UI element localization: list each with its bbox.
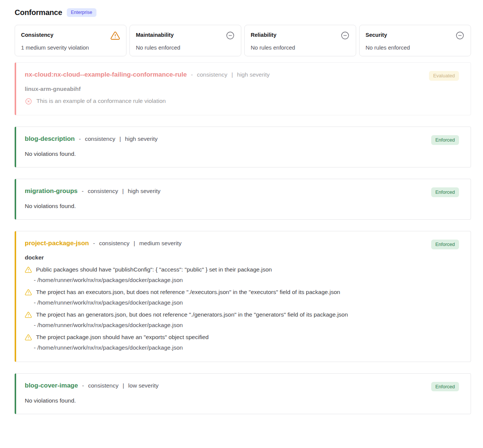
rule-category: consistency xyxy=(85,136,115,142)
rule-status-badge: Enforced xyxy=(431,135,459,145)
rule-body: dockerPublic packages should have "publi… xyxy=(25,254,418,351)
rule-meta-dash: - xyxy=(82,382,84,389)
rule-card: blog-description - consistency | high se… xyxy=(15,127,471,167)
rule-body: No violations found. xyxy=(25,203,418,210)
rule-category: consistency xyxy=(88,188,118,195)
warning-triangle-icon xyxy=(25,311,32,318)
rule-name-link[interactable]: nx-cloud:nx-cloud--example-failing-confo… xyxy=(25,71,187,78)
circle-minus-icon xyxy=(340,31,350,40)
rule-status-badge: Enforced xyxy=(431,187,459,197)
page-title: Conformance xyxy=(15,8,62,17)
summary-card-status: No rules enforced xyxy=(251,44,350,51)
summary-card: Security No rules enforced xyxy=(359,25,471,56)
warning-triangle-icon xyxy=(25,334,32,341)
violation-path: - /home/runner/work/nx/nx/packages/docke… xyxy=(34,277,418,284)
rule-meta-pipe: | xyxy=(134,240,135,246)
rule-card: project-package-json - consistency | med… xyxy=(15,231,471,362)
rule-status-badge: Enforced xyxy=(431,240,459,249)
violation-message: The project has an generators.json, but … xyxy=(36,311,348,319)
summary-card: Consistency 1 medium severity violation xyxy=(15,25,126,56)
rule-severity: medium severity xyxy=(139,240,182,247)
rule-category: consistency xyxy=(88,382,119,389)
rules-list: nx-cloud:nx-cloud--example-failing-confo… xyxy=(15,62,471,414)
enterprise-badge: Enterprise xyxy=(67,8,96,17)
violation-item: Public packages should have "publishConf… xyxy=(25,266,418,274)
violation-path: - /home/runner/work/nx/nx/packages/docke… xyxy=(34,299,418,306)
rule-meta-dash: - xyxy=(79,136,81,142)
rule-status-badge: Enforced xyxy=(431,382,459,392)
summary-cards: Consistency 1 medium severity violation … xyxy=(15,25,471,56)
summary-card-title: Reliability xyxy=(251,31,277,38)
summary-card-title: Consistency xyxy=(21,31,53,38)
no-violations-text: No violations found. xyxy=(25,151,418,157)
summary-card-status: 1 medium severity violation xyxy=(21,44,120,51)
rule-meta-pipe: | xyxy=(232,71,233,78)
circle-minus-icon xyxy=(226,31,235,40)
violation-item: This is an example of a conformance rule… xyxy=(25,97,418,105)
rule-meta-dash: - xyxy=(82,188,84,194)
rule-meta-pipe: | xyxy=(119,136,121,142)
rule-severity: high severity xyxy=(128,188,161,195)
rule-severity: high severity xyxy=(125,136,158,142)
circle-x-icon xyxy=(25,98,32,105)
rule-body: linux-arm-gnueabihfThis is an example of… xyxy=(25,86,418,105)
rule-card: blog-cover-image - consistency | low sev… xyxy=(15,373,471,414)
rule-body: No violations found. xyxy=(25,151,418,157)
summary-card-status: No rules enforced xyxy=(136,44,235,51)
summary-card-status: No rules enforced xyxy=(366,44,465,51)
rule-severity: low severity xyxy=(128,382,159,389)
rule-category: consistency xyxy=(99,240,129,247)
circle-minus-icon xyxy=(455,31,465,40)
project-name: linux-arm-gnueabihf xyxy=(25,86,418,92)
rule-status-badge: Evaluated xyxy=(429,71,459,81)
summary-card: Reliability No rules enforced xyxy=(244,25,356,56)
warning-triangle-icon xyxy=(25,289,32,296)
rule-card: nx-cloud:nx-cloud--example-failing-confo… xyxy=(15,62,471,115)
violation-item: The project package.json should have an … xyxy=(25,333,418,341)
rule-card: migration-groups - consistency | high se… xyxy=(15,179,471,220)
rule-meta-dash: - xyxy=(93,240,95,246)
violation-message: The project has an executors.json, but d… xyxy=(36,288,340,296)
rule-severity: high severity xyxy=(237,71,270,78)
no-violations-text: No violations found. xyxy=(25,203,418,210)
rule-meta-dash: - xyxy=(191,71,193,78)
project-name: docker xyxy=(25,254,418,261)
rule-meta-pipe: | xyxy=(122,188,124,194)
violation-item: The project has an generators.json, but … xyxy=(25,311,418,319)
violation-path: - /home/runner/work/nx/nx/packages/docke… xyxy=(34,322,418,329)
rule-name-link[interactable]: migration-groups xyxy=(25,187,78,195)
violation-message: This is an example of a conformance rule… xyxy=(36,97,166,105)
rule-name-link[interactable]: blog-description xyxy=(25,135,75,143)
summary-card-title: Maintainability xyxy=(136,31,174,38)
summary-card: Maintainability No rules enforced xyxy=(129,25,241,56)
summary-card-title: Security xyxy=(366,31,387,38)
rule-body: No violations found. xyxy=(25,397,418,404)
rule-meta-pipe: | xyxy=(123,382,124,389)
page-header: Conformance Enterprise xyxy=(15,8,471,17)
rule-name-link[interactable]: blog-cover-image xyxy=(25,382,78,389)
warning-triangle-icon xyxy=(110,31,120,41)
violation-path: - /home/runner/work/nx/nx/packages/docke… xyxy=(34,344,418,351)
violation-item: The project has an executors.json, but d… xyxy=(25,288,418,296)
no-violations-text: No violations found. xyxy=(25,397,418,404)
rule-category: consistency xyxy=(197,71,227,78)
rule-name-link[interactable]: project-package-json xyxy=(25,240,89,247)
warning-triangle-icon xyxy=(25,266,32,273)
violation-message: Public packages should have "publishConf… xyxy=(36,266,272,274)
violation-message: The project package.json should have an … xyxy=(36,333,209,341)
conformance-page: Conformance Enterprise Consistency 1 med… xyxy=(0,0,483,414)
